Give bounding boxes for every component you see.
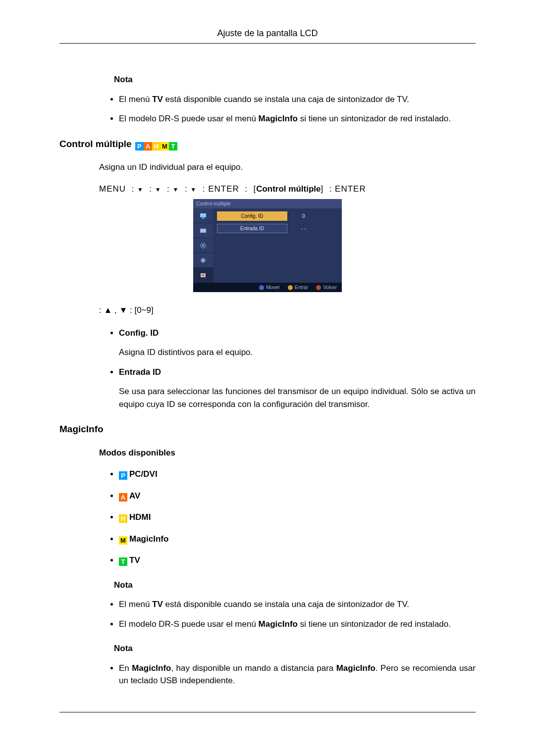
mode-label: AV xyxy=(129,491,140,501)
osd-row: Config. ID : 0 xyxy=(217,211,338,221)
text-bold: Control múltiple xyxy=(256,184,321,194)
down-triangle-icon: ▼ xyxy=(190,186,197,193)
move-icon xyxy=(259,285,264,290)
note-label: Nota xyxy=(114,642,476,655)
text: MENU xyxy=(99,184,126,194)
mode-list: PPC/DVI AAV HHDMI MMagicInfo TTV xyxy=(59,468,476,567)
osd-tab-icon xyxy=(193,253,213,268)
badge-a-icon: A xyxy=(144,142,152,151)
text-bold: MagicInfo xyxy=(259,619,298,629)
note-item: El modelo DR-S puede usar el menú MagicI… xyxy=(119,618,476,631)
back-icon xyxy=(316,285,321,290)
down-triangle-icon: ▼ xyxy=(155,186,161,193)
note-label: Nota xyxy=(114,73,476,86)
mode-item: MMagicInfo xyxy=(119,533,476,546)
text: En xyxy=(119,663,132,673)
badge-m-icon: M xyxy=(119,536,127,545)
badge-t-icon: T xyxy=(119,557,127,566)
mode-label: MagicInfo xyxy=(129,534,168,544)
text: Control múltiple xyxy=(59,139,132,149)
menu-path: MENU : ▼ : ▼ : ▼ : ▼ : ENTER : [Control … xyxy=(99,183,476,196)
down-triangle-icon: ▼ xyxy=(173,186,179,193)
mode-item: HHDMI xyxy=(119,511,476,524)
section-control-title: Control múltiple P A H M T xyxy=(59,137,476,151)
mode-label: TV xyxy=(129,555,140,565)
text: , hay disponible un mando a distancia pa… xyxy=(171,663,336,673)
item-title: Entrada ID xyxy=(119,367,161,377)
text: está disponible cuando se instala una ca… xyxy=(163,95,409,104)
mode-label: PC/DVI xyxy=(129,469,158,479)
osd-main: Config. ID : 0 Entrada ID : - - xyxy=(213,208,342,283)
text-bold: TV xyxy=(152,600,163,609)
osd-row-label: Config. ID xyxy=(217,211,287,221)
list-item: Config. ID Asigna ID distintivos para el… xyxy=(119,327,476,359)
text-bold: TV xyxy=(152,95,163,104)
badge-p-icon: P xyxy=(135,142,144,151)
badge-t-icon: T xyxy=(169,142,177,151)
page-title: Ajuste de la pantalla LCD xyxy=(59,27,476,44)
text: si tiene un sintonizador de red instalad… xyxy=(298,114,451,123)
osd-tab-icon xyxy=(193,238,213,253)
badge-m-icon: M xyxy=(160,142,169,151)
text: si tiene un sintonizador de red instalad… xyxy=(298,619,451,629)
badge-h-icon: H xyxy=(119,514,127,523)
badge-a-icon: A xyxy=(119,493,127,502)
down-triangle-icon: ▼ xyxy=(137,186,144,193)
osd-sidebar xyxy=(193,208,213,283)
osd-title: Control múltiple xyxy=(193,199,342,208)
text-bold: MagicInfo xyxy=(336,663,375,673)
osd-tab-icon xyxy=(193,208,213,223)
svg-rect-2 xyxy=(200,229,206,233)
badge-p-icon: P xyxy=(119,471,127,480)
mode-item: PPC/DVI xyxy=(119,468,476,481)
svg-point-4 xyxy=(202,245,204,247)
text: El menú xyxy=(119,95,152,104)
control-items: Config. ID Asigna ID distintivos para el… xyxy=(59,327,476,411)
text: El menú xyxy=(119,600,152,609)
text-bold: MagicInfo xyxy=(132,663,171,673)
text: El modelo DR-S puede usar el menú xyxy=(119,114,259,123)
text-bold: MagicInfo xyxy=(259,114,298,123)
svg-rect-1 xyxy=(202,218,204,219)
text: Volver xyxy=(323,284,337,291)
enter-icon xyxy=(288,285,293,290)
badge-strip: P A H M T xyxy=(135,142,177,151)
list-item: Entrada ID Se usa para seleccionar las f… xyxy=(119,366,476,411)
osd-screenshot: Control múltiple Config. ID : 0 Entrada … xyxy=(193,199,342,292)
osd-row-value: 0 xyxy=(299,212,309,220)
note-item: El menú TV está disponible cuando se ins… xyxy=(119,93,476,106)
osd-tab-icon xyxy=(193,223,213,238)
item-desc: Se usa para seleccionar las funciones de… xyxy=(119,385,476,410)
control-desc: Asigna un ID individual para el equipo. xyxy=(99,161,476,174)
mode-item: TTV xyxy=(119,554,476,567)
badge-h-icon: H xyxy=(152,142,160,151)
note-item: El modelo DR-S puede usar el menú MagicI… xyxy=(119,112,476,125)
modes-subtitle: Modos disponibles xyxy=(99,447,476,459)
note-list-top: El menú TV está disponible cuando se ins… xyxy=(59,93,476,125)
text: ENTER xyxy=(335,184,366,194)
note-item: En MagicInfo, hay disponible un mando a … xyxy=(119,662,476,687)
mode-item: AAV xyxy=(119,490,476,503)
nav-hint: : ▲ , ▼ : [0~9] xyxy=(99,304,476,317)
svg-rect-7 xyxy=(202,274,205,276)
text: está disponible cuando se instala una ca… xyxy=(163,600,409,609)
text: El modelo DR-S puede usar el menú xyxy=(119,619,259,629)
osd-row: Entrada ID : - - xyxy=(217,224,338,233)
text: Entrar xyxy=(295,284,308,291)
svg-rect-0 xyxy=(200,213,206,217)
item-desc: Asigna ID distintivos para el equipo. xyxy=(119,346,476,359)
section-magicinfo-title: MagicInfo xyxy=(59,422,476,437)
text: Mover xyxy=(266,284,280,291)
note-list-magic-1: El menú TV está disponible cuando se ins… xyxy=(59,598,476,630)
osd-row-value: - - xyxy=(299,225,309,232)
text: ENTER xyxy=(208,184,239,194)
osd-row-label: Entrada ID xyxy=(217,224,287,233)
footer-rule xyxy=(59,712,476,712)
note-list-magic-2: En MagicInfo, hay disponible un mando a … xyxy=(59,662,476,687)
mode-label: HDMI xyxy=(129,512,151,522)
note-item: El menú TV está disponible cuando se ins… xyxy=(119,598,476,611)
item-title: Config. ID xyxy=(119,328,159,338)
osd-footer: Mover Entrar Volver xyxy=(193,283,342,292)
note-label: Nota xyxy=(114,579,476,592)
osd-tab-icon xyxy=(193,268,213,283)
